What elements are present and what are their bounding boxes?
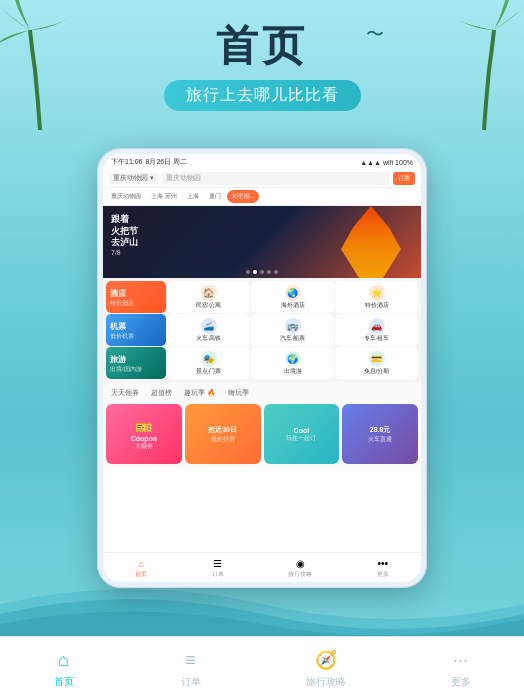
installment-icon: 💳 [369,351,385,367]
status-signal: ▲▲▲ [360,159,381,166]
special-hotel-label: 特价酒店 [365,302,389,309]
cat-tab-0[interactable]: 重庆动物园 [107,190,145,203]
fun-title: Cool [294,427,310,434]
promo-tab-fun[interactable]: 趣玩季 🔥 [179,386,221,400]
promo-tab-deals[interactable]: 超值榜 [146,386,177,400]
train-deal-title: 28.8元 [370,425,391,435]
service-main-hotel[interactable]: 酒店 特价酒店 [106,281,166,313]
minsu-label: 民宿·公寓 [196,302,222,309]
subtitle-text: 旅行上去哪儿比比看 [186,86,339,103]
service-item-installment[interactable]: 💳 免息/分期 [335,347,418,379]
service-main-flight[interactable]: 机票 低价机票 [106,314,166,346]
banner-title-line2: 火把节 [111,226,138,238]
promo-card-coupon[interactable]: 🎫 Coupon 大额券 [106,404,182,464]
status-bar: 下午11:06 8月26日 周二 ▲▲▲ wifi 100% [103,154,421,170]
book-button[interactable]: 订票 [393,172,415,185]
banner-title-line1: 跟着 [111,214,138,226]
service-row-tour: 旅游 出境/国内游 🎭 景点·门票 🌍 出境游 💳 [106,347,418,379]
app-home-icon: ⌂ [52,648,76,672]
app-nav-guide[interactable]: 🧭 旅行攻略 [306,648,346,689]
dot-3 [260,270,264,274]
tickets-icon: 🎭 [201,351,217,367]
special-hotel-icon: ⭐ [369,285,385,301]
service-main-tour[interactable]: 旅游 出境/国内游 [106,347,166,379]
overseas-tour-icon: 🌍 [285,351,301,367]
orders-icon: ☰ [212,558,224,570]
banner-subtitle: 7/8 [111,249,138,256]
service-item-car[interactable]: 🚗 专车·租车 [335,314,418,346]
bus-label: 汽车·船票 [280,335,306,342]
promo-tabs: 天天领券 超值榜 趣玩季 🔥 嗨玩季 [103,382,421,402]
app-nav-more[interactable]: ··· 更多 [449,648,473,689]
coupon-title: Coupon [131,435,157,442]
cat-tab-3[interactable]: 厦门 [205,190,225,203]
service-item-special-hotel[interactable]: ⭐ 特价酒店 [335,281,418,313]
app-guide-label: 旅行攻略 [306,675,346,689]
banner[interactable]: 跟着 火把节 去泸山 7/8 [103,206,421,278]
status-right: ▲▲▲ wifi 100% [360,159,413,166]
more-label: 更多 [377,571,389,578]
app-home-label: 首页 [54,675,74,689]
promo-cards: 🎫 Coupon 大额券 抢近30日 低价好房 Cool 玩住一起订 28.8元… [103,402,421,468]
app-orders-label: 订单 [181,675,201,689]
category-tabs: 重庆动物园 上海·苏州 上海 厦门 大理·丽... [103,188,421,206]
nav-orders[interactable]: ☰ 订单 [212,558,224,578]
nav-more[interactable]: ••• 更多 [377,558,389,578]
flight-sub: 低价机票 [110,333,162,340]
service-item-bus[interactable]: 🚌 汽车·船票 [251,314,334,346]
nav-guide[interactable]: ◉ 旅行攻略 [288,558,312,578]
nav-home[interactable]: ⌂ 首页 [135,558,147,578]
tickets-label: 景点·门票 [196,368,222,375]
tablet-bottom-nav: ⌂ 首页 ☰ 订单 ◉ 旅行攻略 ••• 更多 [103,552,421,582]
cat-tab-1[interactable]: 上海·苏州 [147,190,181,203]
status-time: 下午11:06 [111,157,143,167]
nav-bar: 重庆动物园 ▾ 重庆动物园 订票 [103,170,421,188]
deals-sub: 低价好房 [211,436,235,443]
promo-card-deals[interactable]: 抢近30日 低价好房 [185,404,261,464]
overseas-hotel-icon: 🌏 [285,285,301,301]
nav-location-text: 重庆动物园 [113,174,148,181]
fire-decoration [341,206,401,278]
app-nav-orders[interactable]: ≡ 订单 [179,648,203,689]
installment-label: 免息/分期 [364,368,390,375]
fun-sub: 玩住一起订 [286,435,316,442]
tour-sub: 出境/国内游 [110,366,162,373]
banner-title-line3: 去泸山 [111,237,138,249]
hotel-label: 酒店 [110,288,162,299]
more-icon: ••• [377,558,389,570]
minsu-icon: 🏠 [201,285,217,301]
car-label: 专车·租车 [364,335,390,342]
status-wifi: wifi [383,159,393,166]
service-row-flight: 机票 低价机票 🚄 火车·高铁 🚌 汽车·船票 🚗 [106,314,418,346]
tablet-outer-frame: 下午11:06 8月26日 周二 ▲▲▲ wifi 100% 重庆动物园 ▾ 重… [97,148,427,588]
deals-title: 抢近30日 [208,425,237,435]
status-battery: 100% [395,159,413,166]
orders-label: 订单 [212,571,224,578]
overseas-tour-label: 出境游 [284,368,302,375]
promo-tab-coupon[interactable]: 天天领券 [106,386,144,400]
car-icon: 🚗 [369,318,385,334]
tablet-screen: 下午11:06 8月26日 周二 ▲▲▲ wifi 100% 重庆动物园 ▾ 重… [103,154,421,582]
promo-card-train[interactable]: 28.8元 火车直通 [342,404,418,464]
service-item-overseas-hotel[interactable]: 🌏 海外酒店 [251,281,334,313]
app-nav-home[interactable]: ⌂ 首页 [52,648,76,689]
promo-card-fun[interactable]: Cool 玩住一起订 [264,404,340,464]
service-item-tickets[interactable]: 🎭 景点·门票 [167,347,250,379]
search-bar[interactable]: 重庆动物园 [162,172,389,185]
nav-location[interactable]: 重庆动物园 ▾ [109,173,158,184]
bus-icon: 🚌 [285,318,301,334]
app-guide-icon: 🧭 [314,648,338,672]
cat-tab-4[interactable]: 大理·丽... [227,190,260,203]
service-item-overseas-tour[interactable]: 🌍 出境游 [251,347,334,379]
service-row-hotel: 酒店 特价酒店 🏠 民宿·公寓 🌏 海外酒店 ⭐ [106,281,418,313]
cat-tab-2[interactable]: 上海 [183,190,203,203]
subtitle-box: 旅行上去哪儿比比看 [164,80,361,111]
tour-label: 旅游 [110,354,162,365]
service-grid: 酒店 特价酒店 🏠 民宿·公寓 🌏 海外酒店 ⭐ [103,278,421,382]
app-orders-icon: ≡ [179,648,203,672]
coupon-icon: 🎫 [135,419,152,435]
promo-tab-season[interactable]: 嗨玩季 [223,386,254,400]
home-icon: ⌂ [135,558,147,570]
service-item-minsu[interactable]: 🏠 民宿·公寓 [167,281,250,313]
service-item-train[interactable]: 🚄 火车·高铁 [167,314,250,346]
